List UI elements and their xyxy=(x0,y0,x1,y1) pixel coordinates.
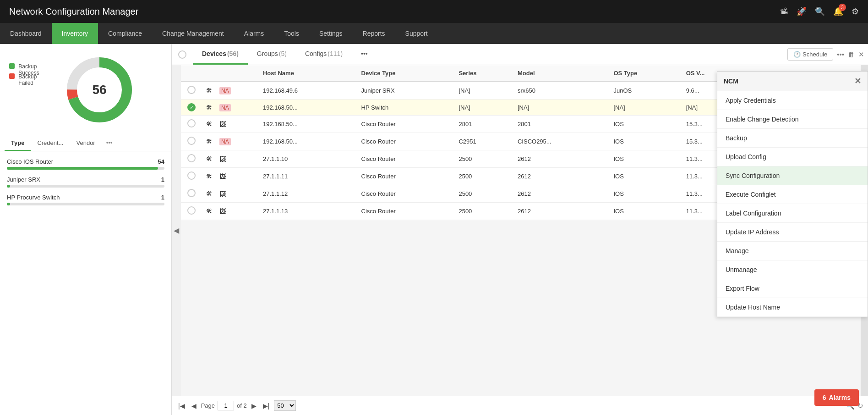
nav-tools[interactable]: Tools xyxy=(274,23,309,44)
ncm-execute-configlet[interactable]: Execute Configlet xyxy=(717,185,868,204)
search-icon[interactable]: 🔍 xyxy=(815,6,825,17)
type-bar-fill-cisco xyxy=(7,167,158,170)
col-device-type[interactable]: Device Type xyxy=(358,65,455,82)
bell-icon[interactable]: 🔔 3 xyxy=(833,6,843,17)
pag-first-btn[interactable]: |◀ xyxy=(176,401,187,410)
close-icon[interactable]: ✕ xyxy=(858,50,864,59)
row-check-2[interactable]: ✓ xyxy=(187,103,196,111)
row-device-icon: 🛠 xyxy=(206,87,212,94)
row-device-type-5: Cisco Router xyxy=(358,150,455,168)
row-series-2: [NA] xyxy=(455,100,514,116)
row-series-1: [NA] xyxy=(455,82,514,100)
ncm-update-host-name[interactable]: Update Host Name xyxy=(717,298,868,317)
col-icon xyxy=(202,65,216,82)
ncm-backup[interactable]: Backup xyxy=(717,129,868,148)
ncm-sync-configuration[interactable]: Sync Configuration xyxy=(717,166,868,185)
type-bar-juniper xyxy=(7,185,164,188)
backup-failed-label: Backup Failed xyxy=(9,72,26,79)
select-all-circle[interactable] xyxy=(178,50,186,59)
row-hostname-8: 27.1.1.13 xyxy=(259,203,358,220)
nav-change-management[interactable]: Change Management xyxy=(152,23,234,44)
pag-page-input[interactable] xyxy=(218,401,234,410)
row-status-icon-6: 🖼 xyxy=(219,173,226,180)
row-check-5[interactable] xyxy=(187,154,196,162)
row-device-type-6: Cisco Router xyxy=(358,168,455,185)
pag-perpage-select[interactable]: 50 100 200 xyxy=(274,400,296,411)
row-os-type-7: IOS xyxy=(610,185,682,203)
type-bar-cisco xyxy=(7,167,164,170)
row-check-1[interactable] xyxy=(187,86,196,94)
ncm-upload-config[interactable]: Upload Config xyxy=(717,148,868,166)
nav-alarms[interactable]: Alarms xyxy=(234,23,274,44)
type-list: Cisco IOS Router 54 Juniper SRX 1 HP P xyxy=(0,151,171,415)
row-hostname-1: 192.168.49.6 xyxy=(259,82,358,100)
row-os-type-2: [NA] xyxy=(610,100,682,116)
row-model-1: srx650 xyxy=(514,82,610,100)
col-hostname[interactable]: Host Name xyxy=(259,65,358,82)
row-na-icon-4: NA xyxy=(219,138,231,145)
row-check-8[interactable] xyxy=(187,206,196,215)
row-series-7: 2500 xyxy=(455,185,514,203)
row-device-icon-6: 🛠 xyxy=(206,173,212,180)
row-na-icon-2: NA xyxy=(219,104,231,111)
pag-prev-btn[interactable]: ◀ xyxy=(190,401,198,410)
type-bar-fill-juniper xyxy=(7,185,10,188)
ncm-export-flow[interactable]: Export Flow xyxy=(717,279,868,298)
pag-last-btn[interactable]: ▶| xyxy=(261,401,272,410)
schedule-button[interactable]: 🕐 Schedule xyxy=(787,48,833,61)
nav-reports[interactable]: Reports xyxy=(353,23,395,44)
tab-configs[interactable]: Configs (111) xyxy=(296,44,352,65)
row-check-7[interactable] xyxy=(187,189,196,197)
row-status-icon-7: 🖼 xyxy=(219,190,226,198)
trash-icon[interactable]: 🗑 xyxy=(848,50,855,58)
row-check-4[interactable] xyxy=(187,137,196,145)
tab-more[interactable]: ••• xyxy=(102,136,117,151)
row-hostname-5: 27.1.1.10 xyxy=(259,150,358,168)
nav-support[interactable]: Support xyxy=(395,23,438,44)
row-hostname-7: 27.1.1.12 xyxy=(259,185,358,203)
ncm-close-btn[interactable]: ✕ xyxy=(854,76,861,86)
nav-compliance[interactable]: Compliance xyxy=(98,23,152,44)
type-count-juniper: 1 xyxy=(161,176,164,183)
row-device-icon-8: 🛠 xyxy=(206,208,212,215)
scroll-left-arrow[interactable]: ◀ xyxy=(172,65,181,396)
tab-more-btn[interactable]: ••• xyxy=(352,44,377,65)
monitor-icon[interactable]: 📽 xyxy=(780,7,788,17)
backup-success-color-swatch xyxy=(9,63,15,69)
alarms-button[interactable]: 6 Alarms xyxy=(814,389,859,406)
row-check-3[interactable] xyxy=(187,119,196,127)
tab-vendor[interactable]: Vendor xyxy=(70,136,101,151)
notification-badge: 3 xyxy=(839,4,846,11)
tab-groups[interactable]: Groups (5) xyxy=(248,44,296,65)
gear-icon[interactable]: ⚙ xyxy=(852,6,859,17)
row-os-type-3: IOS xyxy=(610,116,682,133)
ncm-unmanage[interactable]: Unmanage xyxy=(717,260,868,279)
row-device-type-7: Cisco Router xyxy=(358,185,455,203)
ncm-label-configuration[interactable]: Label Configuration xyxy=(717,204,868,223)
row-os-type-4: IOS xyxy=(610,133,682,150)
col-series[interactable]: Series xyxy=(455,65,514,82)
pag-of-label: of 2 xyxy=(237,402,247,409)
col-os-type[interactable]: OS Type xyxy=(610,65,682,82)
row-series-3: 2801 xyxy=(455,116,514,133)
rocket-icon[interactable]: 🚀 xyxy=(797,6,807,17)
tab-type[interactable]: Type xyxy=(5,136,31,151)
ncm-manage[interactable]: Manage xyxy=(717,242,868,260)
nav-inventory[interactable]: Inventory xyxy=(52,23,98,44)
select-all-check[interactable] xyxy=(172,44,193,65)
clock-icon: 🕐 xyxy=(793,51,801,58)
more-actions-icon[interactable]: ••• xyxy=(837,50,844,58)
ncm-apply-credentials[interactable]: Apply Credentials xyxy=(717,91,868,110)
row-check-6[interactable] xyxy=(187,172,196,180)
ncm-update-ip-address[interactable]: Update IP Address xyxy=(717,223,868,242)
pag-next-btn[interactable]: ▶ xyxy=(250,401,258,410)
top-bar-icons: 📽 🚀 🔍 🔔 3 ⚙ xyxy=(780,6,859,17)
tab-credentials[interactable]: Credent... xyxy=(31,136,70,151)
col-check xyxy=(181,65,202,82)
nav-settings[interactable]: Settings xyxy=(309,23,353,44)
ncm-enable-change-detection[interactable]: Enable Change Detection xyxy=(717,110,868,129)
nav-dashboard[interactable]: Dashboard xyxy=(0,23,52,44)
row-status-icon-5: 🖼 xyxy=(219,155,226,163)
col-model[interactable]: Model xyxy=(514,65,610,82)
tab-devices[interactable]: Devices (56) xyxy=(193,44,248,65)
